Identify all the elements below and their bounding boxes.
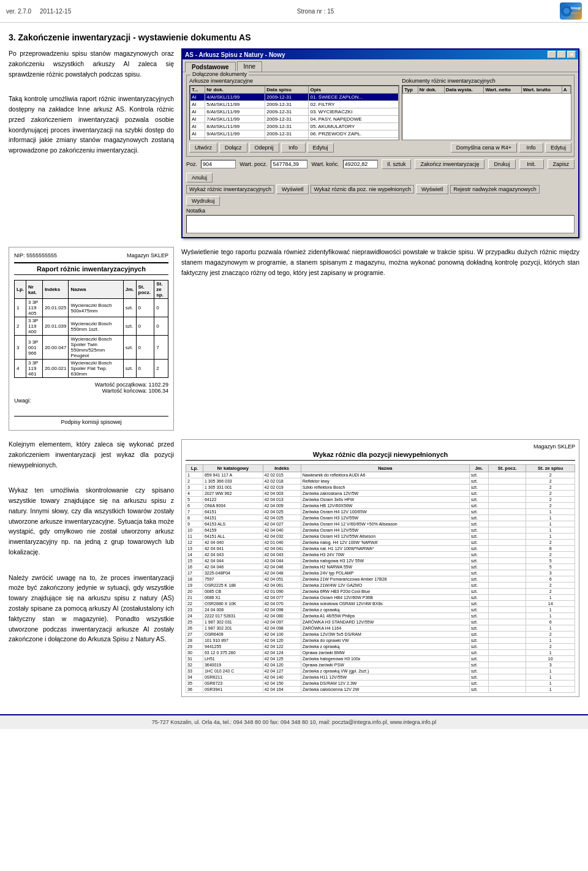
wykaz-table: Lp. Nr katalogowy Indeks Nazwa Jm. St. p… [186, 464, 575, 693]
wykaz-magazyn: Magazyn SKLEP [186, 443, 575, 450]
notatka-label: Notatka [186, 208, 575, 214]
paragraph2: Taką kontrolę umożliwia raport różnic in… [9, 94, 174, 156]
win-dialog-as: AS - Arkusz Spisu z Natury - Nowy _ □ ✕ … [181, 48, 579, 238]
list-item: 350SR672342 04 150Żarówka DS/RAM 12V 2.3… [186, 681, 575, 687]
col-nazwa: Nazwa [69, 281, 123, 299]
dokumenty-table-container[interactable]: Typ Nr dok. Data wysta. Wart. netto Wart… [402, 85, 571, 140]
col-jm: Jm. [123, 281, 136, 299]
btn-wyswietl2[interactable]: Wyświetl [416, 184, 448, 194]
table-row: 43 3P 119 46120.00.021Wycieraczki Bosch … [15, 360, 168, 378]
list-item: 242222 017 5283142 04 080Żarówka A1 46/5… [186, 613, 575, 619]
col-lp2: Lp. [186, 465, 203, 472]
report-totals: Wartość początkowa: 1102.29 Wartość końc… [14, 382, 168, 394]
poz-input[interactable] [201, 160, 236, 168]
uwagi: Uwagi: [14, 398, 168, 404]
list-item: 1242 04 04042 01 040Żarówka nalog. H4 12… [186, 540, 575, 546]
page-footer: 75-727 Koszalin, ul. Orla 4a, tel.: 094 … [0, 714, 588, 729]
list-item: 251 987 302 03142 04 097ŻARÓWKA H3 STAND… [186, 619, 575, 625]
list-item: 56412242 04 013Żarówka Osram 3x6s HFWszt… [186, 497, 575, 503]
right-dialog-col: AS - Arkusz Spisu z Natury - Nowy _ □ ✕ … [181, 48, 579, 238]
list-item: 32364001942 04 120Oprawa żarówki PSWszt.… [186, 662, 575, 668]
btn-domyslna-cena[interactable]: Domyślna cena w R4+ [451, 143, 517, 153]
para-wykaz: Wykaz ten umożliwia skontrolowanie czy s… [9, 485, 174, 557]
report-preview-area: NIP: 5555555555 Magazyn SKLEP Raport róż… [9, 247, 174, 431]
notatka-textarea[interactable] [186, 215, 575, 233]
description-right-col: Wyświetlenie tego raportu pozwala równie… [181, 247, 579, 431]
report-title: Raport różnic inwentaryzacyjnych [14, 262, 168, 275]
wart-pocz-label: Wart. pocz. [239, 161, 267, 167]
list-item: 6ONIA 900442 04 009Żarówka HB 12V/60X56W… [186, 503, 575, 509]
btn-zakoncz[interactable]: Zakończ inwentaryzację [415, 159, 484, 169]
win-left-panel: Arkusze inwentaryzacyjne T... Nr dok. Da… [189, 78, 399, 140]
win-minimize-btn[interactable]: _ [548, 51, 556, 58]
dolaczone-docs-label: Dołączone dokumenty [190, 71, 249, 77]
wykaz-title: Wykaz różnic dla pozycji niewypełnionych [186, 451, 575, 461]
wart-konc-input[interactable] [343, 160, 378, 168]
list-item: 31LH5142 04 125Żarówka halogenowa H3 100… [186, 656, 575, 662]
btn-wydrukuj[interactable]: Wydrukuj [186, 196, 220, 206]
col-a: A [562, 86, 570, 94]
win-titlebar-buttons: _ □ ✕ [548, 51, 576, 58]
btn-init[interactable]: Init. [519, 159, 544, 169]
col-nazwa2: Nazwa [301, 465, 469, 472]
win-right-panel: Dokumenty różnic inwentaryzacyjnych Typ … [402, 78, 571, 140]
report-table: Lp. Nr kat. Indeks Nazwa Jm. St. pocz. S… [14, 280, 168, 378]
wart-pocz-input[interactable] [271, 160, 307, 168]
wartosc-poczatkowa: Wartość początkowa: 1102.29 [14, 382, 168, 388]
version-date: ver. 2.7.0 2011-12-15 [6, 8, 71, 15]
list-item: 261 987 302 20142 04 098ŻARÓWKA H4 1164s… [186, 625, 575, 632]
para-kolejnym: Kolejnym elementem, który zaleca się wyk… [9, 439, 174, 470]
logo-icon: Integra business software [560, 2, 582, 20]
list-item: 210086 X142 04 077Żarówka Osram HB4 12V/… [186, 595, 575, 601]
list-item: 2324 04 00842 04 098Żarówka z oprawkąszt… [186, 607, 575, 613]
list-item: 173225-048P0442 04 048Żarówka 24V typ PO… [186, 570, 575, 576]
logo-area: Integra business software [560, 2, 582, 20]
footer-address: 75-727 Koszalin, ul. Orla 4a, tel.: 094 … [152, 719, 436, 725]
btn-info1[interactable]: Info [281, 143, 306, 153]
list-item: 29944125542 04 122Żarówka z oprawkąszt.2 [186, 644, 575, 650]
btn-info2[interactable]: Info [519, 143, 543, 153]
first-two-col: Po przeprowadzeniu spisu stanów magazyno… [9, 48, 579, 238]
description-right-text: Wyświetlenie tego raportu pozwala równie… [181, 247, 579, 277]
col-stze: St. ze sp. [154, 281, 168, 299]
date: 2011-12-15 [40, 8, 71, 15]
list-item: 1642 04 04642 04 046Żarówka H2 NARWA 55W… [186, 564, 575, 570]
btn-zapisz[interactable]: Zapisz [548, 159, 575, 169]
table-row: 33 3P 001 96620.00.047Wycieraczki Bosch … [15, 336, 168, 360]
col-wartbrutto: Wart. brutto [521, 86, 562, 94]
list-item: 1442 04 04342 04 043Żarówka H3 24V 70Wsz… [186, 552, 575, 558]
col-nrdok: Nr dok. [205, 86, 265, 94]
list-item: 21 305 366 03342 02 018Reflektor lewyszt… [186, 478, 575, 485]
btn-il-sztuk[interactable]: Il. sztuk [382, 159, 412, 169]
btn-odepnij[interactable]: Odepnij [249, 143, 279, 153]
win-close-btn[interactable]: ✕ [567, 51, 576, 58]
arkusze-table-container[interactable]: T... Nr dok. Data spisu Opis AI4/AI/SKL/… [189, 85, 399, 140]
report-magazyn: Magazyn SKLEP [127, 252, 168, 258]
arkusze-table: T... Nr dok. Data spisu Opis AI4/AI/SKL/… [190, 86, 399, 140]
para-nalezy: Należy zwrócić uwagę na to, że proces in… [9, 573, 174, 645]
list-item: 1542 04 04442 04 044Żarówka nalogowa H3 … [186, 558, 575, 564]
svg-text:business software: business software [571, 11, 581, 15]
btn-anuluj[interactable]: Anuluj [186, 173, 213, 183]
col-stpocz2: St. pocz. [488, 465, 526, 472]
btn-edytuj1[interactable]: Edytuj [307, 143, 334, 153]
btn-drukuj[interactable]: Drukuj [488, 159, 515, 169]
list-item: 86415142 04 025Żarówka Osram H3 12V/55Ws… [186, 515, 575, 521]
win-body: Dołączone dokumenty Arkusze inwentaryzac… [183, 72, 578, 237]
second-left-col: Kolejnym elementem, który zaleca się wyk… [9, 439, 174, 697]
table-row: 23 3P 119 40020.01.039Wycieraczki Bosch … [15, 317, 168, 336]
arkusze-label: Arkusze inwentaryzacyjne [189, 78, 399, 84]
list-item: 200085 CB42 01 090Żarówka 6RW HB3 P20d C… [186, 589, 575, 595]
col-datawysta: Data wysta. [444, 86, 484, 94]
btn-utworz[interactable]: Utwórz [189, 143, 217, 153]
btn-dolacz[interactable]: Dołącz [219, 143, 247, 153]
col-typ: Typ [403, 86, 418, 94]
btn-wyswietl1[interactable]: Wyświetl [276, 184, 309, 194]
wartosc-koncowa: Wartość końcowa: 1006.34 [14, 388, 168, 394]
svg-point-1 [564, 8, 570, 14]
win-maximize-btn[interactable]: □ [557, 51, 566, 58]
paragraph1: Po przeprowadzeniu spisu stanów magazyno… [9, 48, 174, 79]
btn-edytuj2[interactable]: Edytuj [545, 143, 571, 153]
dialog-buttons-row1: Utwórz Dołącz Odepnij Info Edytuj Domyśl… [189, 143, 571, 153]
tab-inne[interactable]: Inne [237, 61, 262, 72]
